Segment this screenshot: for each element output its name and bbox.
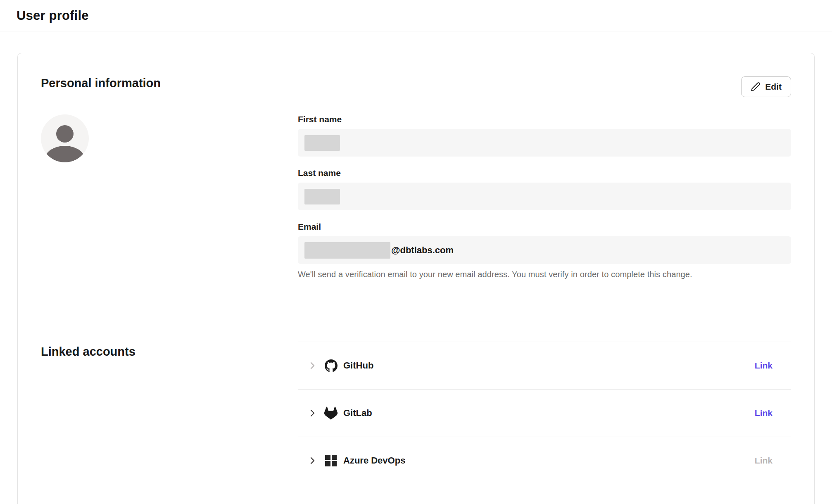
linked-account-row-azure-devops: Azure DevOps Link xyxy=(298,437,791,484)
personal-info-form: First name Last name Email @dbtlabs. xyxy=(298,114,791,279)
personal-info-body: First name Last name Email @dbtlabs. xyxy=(41,114,791,279)
linked-accounts-heading-column: Linked accounts xyxy=(41,342,298,484)
link-action-gitlab[interactable]: Link xyxy=(755,408,773,418)
account-name: GitLab xyxy=(343,408,372,418)
azure-devops-icon xyxy=(324,454,338,467)
chevron-right-icon[interactable] xyxy=(307,456,317,466)
email-field: @dbtlabs.com xyxy=(298,236,791,264)
profile-card: Personal information Edit First n xyxy=(17,53,815,504)
github-icon xyxy=(324,359,338,372)
pencil-icon xyxy=(751,82,761,92)
linked-accounts-list: GitHub Link GitLab Link xyxy=(298,342,791,484)
gitlab-icon xyxy=(324,407,338,420)
section-divider xyxy=(41,305,791,305)
edit-button-label: Edit xyxy=(765,82,782,92)
first-name-field xyxy=(298,129,791,157)
first-name-group: First name xyxy=(298,114,791,157)
page-header: User profile xyxy=(0,0,832,31)
email-group: Email @dbtlabs.com We'll send a verifica… xyxy=(298,222,791,279)
last-name-group: Last name xyxy=(298,168,791,210)
avatar xyxy=(41,114,89,162)
last-name-label: Last name xyxy=(298,168,791,178)
linked-account-row-gitlab: GitLab Link xyxy=(298,389,791,437)
personal-info-header: Personal information Edit xyxy=(41,76,791,97)
link-action-azure-devops: Link xyxy=(755,456,773,466)
main-content: Personal information Edit First n xyxy=(0,31,832,504)
edit-button[interactable]: Edit xyxy=(741,76,791,97)
linked-accounts-section: Linked accounts GitHub Link xyxy=(41,342,791,484)
email-help-text: We'll send a verification email to your … xyxy=(298,270,791,279)
account-name: GitHub xyxy=(343,360,373,371)
last-name-field xyxy=(298,183,791,210)
chevron-right-icon[interactable] xyxy=(307,408,317,418)
email-label: Email xyxy=(298,222,791,232)
email-domain-text: @dbtlabs.com xyxy=(391,245,454,256)
chevron-right-icon[interactable] xyxy=(307,361,317,371)
personal-info-title: Personal information xyxy=(41,76,161,90)
link-action-github[interactable]: Link xyxy=(755,361,773,371)
account-name: Azure DevOps xyxy=(343,455,405,466)
page-title: User profile xyxy=(17,8,89,23)
first-name-label: First name xyxy=(298,114,791,124)
linked-accounts-title: Linked accounts xyxy=(41,345,298,359)
avatar-column xyxy=(41,114,298,279)
redacted-value xyxy=(304,242,390,259)
redacted-value xyxy=(304,189,340,204)
redacted-value xyxy=(304,135,340,151)
person-silhouette-icon xyxy=(56,125,74,143)
linked-account-row-github: GitHub Link xyxy=(298,342,791,389)
